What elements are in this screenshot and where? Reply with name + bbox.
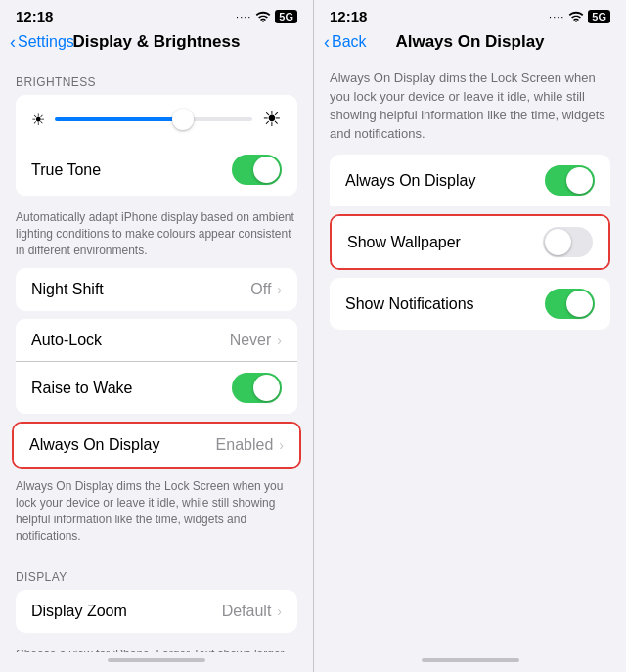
raise-to-wake-label: Raise to Wake: [31, 380, 232, 397]
wifi-icon-right: [568, 11, 584, 22]
always-on-display-label: Always On Display: [29, 436, 216, 454]
night-shift-group: Night Shift Off ›: [16, 268, 297, 311]
scroll-content-left: BRIGHTNESS ☀ ☀ True Tone Automatically a…: [0, 60, 313, 652]
back-label-right: Back: [332, 33, 367, 51]
auto-lock-value: Never: [230, 332, 272, 349]
time-left: 12:18: [16, 8, 53, 24]
night-shift-value: Off: [250, 281, 271, 298]
always-on-display-chevron: ›: [279, 437, 284, 453]
aod-right-thumb: [566, 167, 593, 194]
raise-to-wake-row[interactable]: Raise to Wake: [16, 362, 297, 414]
night-shift-chevron: ›: [277, 282, 282, 297]
always-on-display-value: Enabled: [216, 436, 274, 454]
brightness-fill: [55, 117, 183, 121]
brightness-thumb: [172, 109, 194, 130]
status-bar-left: 12:18 ···· 5G: [0, 0, 313, 28]
display-section-label: DISPLAY: [0, 555, 313, 590]
always-on-display-row[interactable]: Always On Display Enabled ›: [14, 424, 299, 467]
back-label-left: Settings: [18, 33, 74, 51]
auto-lock-chevron: ›: [277, 333, 282, 348]
svg-point-1: [575, 21, 577, 22]
show-notifications-label: Show Notifications: [345, 295, 545, 313]
auto-lock-label: Auto-Lock: [31, 332, 230, 349]
raise-to-wake-toggle[interactable]: [232, 373, 282, 403]
true-tone-row[interactable]: True Tone: [16, 144, 297, 196]
status-icons-right: ···· 5G: [549, 10, 610, 23]
aod-description-left: Always On Display dims the Lock Screen w…: [0, 472, 313, 554]
show-notifications-toggle[interactable]: [545, 289, 595, 319]
page-title-right: Always On Display: [395, 32, 544, 52]
auto-lock-row[interactable]: Auto-Lock Never ›: [16, 319, 297, 362]
show-wallpaper-highlight: Show Wallpaper: [330, 214, 610, 270]
display-zoom-description: Choose a view for iPhone. Larger Text sh…: [0, 641, 313, 652]
true-tone-thumb: [253, 157, 280, 183]
always-on-display-right-toggle[interactable]: [545, 165, 595, 196]
signal-icon-left: ····: [236, 11, 251, 22]
true-tone-label: True Tone: [31, 161, 232, 179]
true-tone-toggle[interactable]: [232, 155, 282, 185]
scroll-content-right: Always On Display dims the Lock Screen w…: [314, 60, 626, 652]
show-wallpaper-row[interactable]: Show Wallpaper: [332, 216, 608, 268]
battery-left: 5G: [275, 10, 297, 23]
show-notifications-group: Show Notifications: [330, 278, 610, 330]
status-icons-left: ···· 5G: [236, 10, 297, 23]
brightness-row[interactable]: ☀ ☀: [16, 95, 297, 144]
back-chevron-left: ‹: [10, 32, 16, 53]
nav-bar-right: ‹ Back Always On Display: [314, 28, 626, 60]
auto-lock-group: Auto-Lock Never › Raise to Wake: [16, 319, 297, 414]
display-zoom-label: Display Zoom: [31, 603, 222, 620]
back-chevron-right: ‹: [324, 32, 330, 53]
show-wallpaper-toggle[interactable]: [543, 227, 593, 257]
show-notifications-row[interactable]: Show Notifications: [330, 278, 610, 330]
night-shift-label: Night Shift: [31, 281, 250, 298]
svg-point-0: [262, 21, 264, 22]
night-shift-row[interactable]: Night Shift Off ›: [16, 268, 297, 311]
left-panel: 12:18 ···· 5G ‹ Settings Display & Brigh…: [0, 0, 313, 672]
display-zoom-value: Default: [222, 603, 272, 620]
brightness-group: ☀ ☀ True Tone: [16, 95, 297, 196]
page-title-left: Display & Brightness: [73, 32, 241, 52]
status-bar-right: 12:18 ···· 5G: [314, 0, 626, 28]
aod-intro-text: Always On Display dims the Lock Screen w…: [314, 60, 626, 155]
show-notifications-thumb: [566, 291, 593, 317]
time-right: 12:18: [330, 8, 367, 24]
home-indicator-left: [0, 652, 313, 672]
brightness-section-label: BRIGHTNESS: [0, 60, 313, 95]
show-wallpaper-thumb: [545, 229, 571, 255]
true-tone-description: Automatically adapt iPhone display based…: [0, 203, 313, 268]
show-wallpaper-label: Show Wallpaper: [347, 234, 543, 251]
home-bar-left: [108, 658, 205, 662]
signal-icon-right: ····: [549, 11, 564, 22]
home-bar-right: [422, 658, 519, 662]
raise-to-wake-thumb: [253, 375, 280, 401]
brightness-high-icon: ☀: [262, 107, 282, 132]
brightness-slider[interactable]: [55, 117, 252, 121]
home-indicator-right: [314, 652, 626, 672]
display-zoom-group: Display Zoom Default ›: [16, 590, 297, 633]
back-button-right[interactable]: ‹ Back: [324, 32, 367, 53]
right-panel: 12:18 ···· 5G ‹ Back Always On Display A…: [313, 0, 626, 672]
always-on-display-right-label: Always On Display: [345, 172, 545, 190]
always-on-display-toggle-row[interactable]: Always On Display: [330, 155, 610, 206]
wifi-icon-left: [255, 11, 271, 22]
display-zoom-chevron: ›: [277, 604, 282, 619]
back-button-left[interactable]: ‹ Settings: [10, 32, 74, 53]
battery-right: 5G: [588, 10, 610, 23]
aod-toggle-group: Always On Display: [330, 155, 610, 206]
nav-bar-left: ‹ Settings Display & Brightness: [0, 28, 313, 60]
brightness-low-icon: ☀: [31, 111, 45, 129]
always-on-display-highlight: Always On Display Enabled ›: [12, 422, 301, 469]
display-zoom-row[interactable]: Display Zoom Default ›: [16, 590, 297, 633]
